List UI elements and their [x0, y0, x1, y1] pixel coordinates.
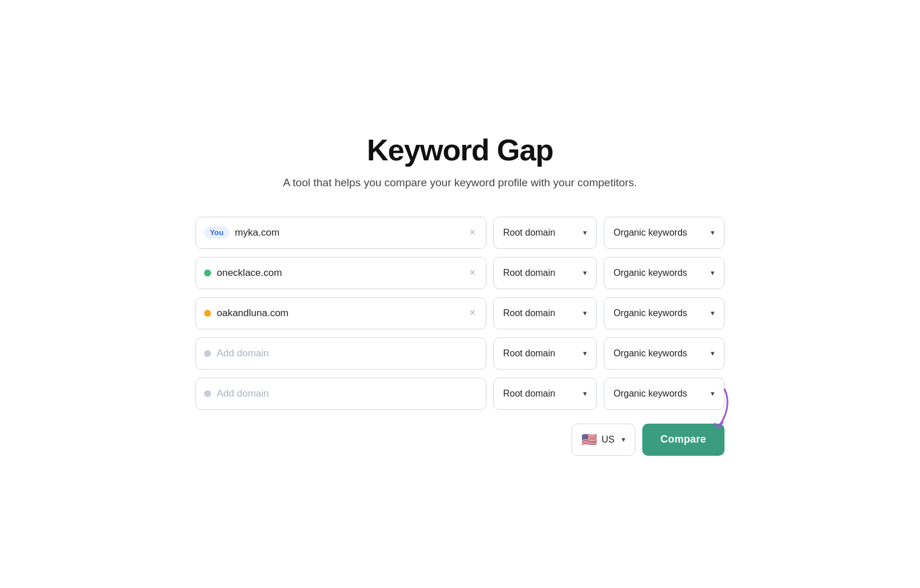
- organic-keywords-dropdown[interactable]: Organic keywords▾: [604, 378, 724, 410]
- root-domain-dropdown[interactable]: Root domain▾: [493, 257, 597, 289]
- root-domain-label: Root domain: [503, 228, 555, 238]
- root-domain-chevron-icon: ▾: [583, 228, 587, 237]
- country-code: US: [601, 435, 614, 445]
- domain-input[interactable]: [217, 267, 461, 279]
- domain-input[interactable]: [217, 308, 461, 319]
- organic-keywords-label: Organic keywords: [614, 389, 687, 399]
- organic-keywords-chevron-icon: ▾: [711, 349, 715, 358]
- page-header: Keyword Gap A tool that helps you compar…: [195, 133, 724, 189]
- domain-row: ×Root domain▾Organic keywords▾: [195, 297, 724, 329]
- page-title: Keyword Gap: [195, 133, 724, 167]
- root-domain-dropdown[interactable]: Root domain▾: [493, 337, 597, 370]
- clear-button[interactable]: ×: [467, 224, 478, 241]
- root-domain-label: Root domain: [503, 268, 555, 278]
- organic-keywords-chevron-icon: ▾: [711, 389, 715, 398]
- clear-button[interactable]: ×: [467, 305, 478, 321]
- organic-keywords-chevron-icon: ▾: [711, 268, 715, 277]
- domain-row: You×Root domain▾Organic keywords▾: [195, 217, 724, 249]
- organic-keywords-chevron-icon: ▾: [711, 309, 715, 317]
- organic-keywords-dropdown[interactable]: Organic keywords▾: [604, 297, 724, 329]
- domain-input-wrapper: [195, 337, 486, 370]
- footer-row: 🇺🇸 US ▾ Compare: [195, 424, 724, 456]
- root-domain-chevron-icon: ▾: [583, 349, 587, 358]
- domain-row: Root domain▾Organic keywords▾: [195, 378, 724, 410]
- organic-keywords-dropdown[interactable]: Organic keywords▾: [604, 217, 724, 249]
- organic-keywords-label: Organic keywords: [614, 268, 687, 278]
- organic-keywords-dropdown[interactable]: Organic keywords▾: [604, 337, 724, 370]
- root-domain-chevron-icon: ▾: [583, 268, 587, 277]
- domain-input[interactable]: [217, 388, 478, 399]
- page-container: Keyword Gap A tool that helps you compar…: [172, 98, 747, 490]
- domain-rows: You×Root domain▾Organic keywords▾×Root d…: [195, 217, 724, 410]
- domain-input-wrapper: You×: [195, 217, 486, 249]
- organic-keywords-chevron-icon: ▾: [711, 228, 715, 237]
- root-domain-dropdown[interactable]: Root domain▾: [493, 378, 597, 410]
- root-domain-label: Root domain: [503, 389, 555, 399]
- root-domain-dropdown[interactable]: Root domain▾: [493, 297, 597, 329]
- root-domain-chevron-icon: ▾: [583, 309, 587, 317]
- organic-keywords-dropdown[interactable]: Organic keywords▾: [604, 257, 724, 289]
- root-domain-dropdown[interactable]: Root domain▾: [493, 217, 597, 249]
- domain-row: Root domain▾Organic keywords▾: [195, 337, 724, 370]
- country-flag: 🇺🇸: [581, 432, 597, 447]
- country-chevron-icon: ▾: [622, 435, 626, 444]
- domain-input[interactable]: [235, 227, 462, 239]
- domain-input-wrapper: ×: [195, 257, 486, 289]
- organic-keywords-label: Organic keywords: [614, 228, 687, 238]
- domain-row: ×Root domain▾Organic keywords▾: [195, 257, 724, 289]
- root-domain-label: Root domain: [503, 308, 555, 318]
- clear-button[interactable]: ×: [467, 264, 478, 281]
- country-selector[interactable]: 🇺🇸 US ▾: [572, 424, 635, 456]
- root-domain-chevron-icon: ▾: [583, 389, 587, 398]
- dot-green-icon: [204, 270, 211, 276]
- page-subtitle: A tool that helps you compare your keywo…: [195, 176, 724, 189]
- organic-keywords-label: Organic keywords: [614, 308, 687, 318]
- domain-input-wrapper: ×: [195, 297, 486, 329]
- you-badge: You: [204, 226, 229, 239]
- dot-gray-icon: [204, 390, 211, 397]
- compare-button-wrapper: Compare: [642, 424, 724, 456]
- compare-button[interactable]: Compare: [642, 424, 724, 456]
- organic-keywords-label: Organic keywords: [614, 348, 687, 359]
- root-domain-label: Root domain: [503, 348, 555, 359]
- dot-gray-icon: [204, 350, 211, 357]
- domain-input-wrapper: [195, 378, 486, 410]
- domain-input[interactable]: [217, 348, 478, 359]
- dot-orange-icon: [204, 310, 211, 317]
